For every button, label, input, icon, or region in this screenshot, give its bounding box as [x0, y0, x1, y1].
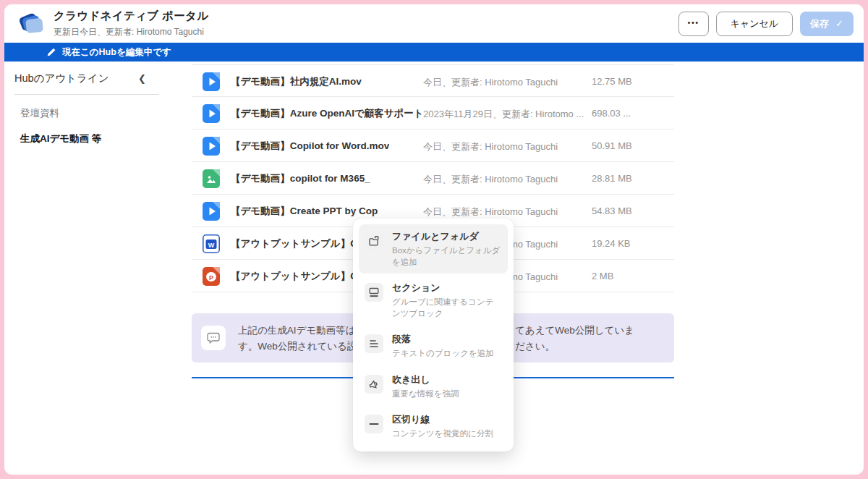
menu-item-desc: コンテンツを視覚的に分割: [392, 428, 502, 440]
callout-text-line2-left: す。Web公開されている設定: [238, 340, 367, 353]
file-updated: 2023年11月29日、更新者: Hirotomo ...: [423, 108, 584, 121]
menu-item-desc: テキストのブロックを追加: [392, 348, 502, 360]
page-title: クラウドネイティブ ポータル: [54, 9, 678, 24]
video-file-icon: [202, 71, 221, 93]
file-size: 698.03 ...: [592, 108, 631, 119]
file-name: 【デモ動画】Copilot for Word.mov: [231, 140, 389, 153]
file-updated: 今日、更新者: Hirotomo Taguchi: [423, 205, 558, 219]
speech-bubble-icon: [201, 326, 226, 350]
menu-item-desc: 重要な情報を強調: [392, 389, 502, 400]
menu-item-callout[interactable]: 吹き出し 重要な情報を強調: [359, 368, 508, 406]
divider-line-icon: [365, 415, 383, 433]
file-row[interactable]: 【デモ動画】Copilot for Word.mov 今日、更新者: Hirot…: [192, 130, 674, 162]
file-size: 12.75 MB: [592, 76, 632, 87]
editing-banner: 現在このHubを編集中です: [4, 43, 864, 62]
megaphone-icon: [365, 375, 383, 394]
menu-item-title: ファイルとフォルダ: [392, 230, 502, 243]
file-size: 50.91 MB: [592, 140, 632, 151]
file-size: 28.81 MB: [592, 173, 632, 184]
editing-banner-text: 現在このHubを編集中です: [62, 46, 171, 59]
save-button-label: 保存: [810, 17, 829, 30]
file-updated: 今日、更新者: Hirotomo Taguchi: [423, 140, 558, 153]
sidebar-collapse-icon[interactable]: ❮: [135, 73, 149, 84]
header-actions: ••• キャンセル 保存✓: [678, 12, 854, 36]
video-file-icon: [202, 200, 221, 222]
file-name: 【デモ動画】copilot for M365_: [231, 172, 370, 185]
menu-item-desc: グループに関連するコンテンツブロック: [392, 297, 502, 319]
svg-text:P: P: [209, 274, 213, 281]
ppt-file-icon: P: [202, 266, 221, 287]
callout-text-line2-right: ださい。: [515, 340, 555, 353]
menu-item-desc: Boxからファイルとフォルダを追加: [392, 245, 502, 268]
save-button[interactable]: 保存✓: [800, 12, 854, 36]
svg-text:W: W: [208, 242, 215, 249]
header-titles: クラウドネイティブ ポータル 更新日今日、更新者: Hirotomo Taguc…: [54, 9, 678, 38]
menu-item-title: セクション: [392, 281, 502, 294]
file-folder-icon: [365, 232, 383, 250]
hub-logo-icon: [16, 9, 46, 39]
more-options-button[interactable]: •••: [678, 12, 709, 36]
pencil-icon: [46, 47, 56, 57]
file-name: 【デモ動画】社内規定AI.mov: [231, 75, 362, 88]
sidebar-outline: Hubのアウトライン ❮ 登壇資料 生成AIデモ動画 等: [4, 62, 192, 145]
menu-item-title: 段落: [392, 333, 502, 346]
file-size: 19.24 KB: [592, 238, 631, 249]
menu-item-divider[interactable]: 区切り線 コンテンツを視覚的に分割: [359, 407, 508, 446]
main-area: Hubのアウトライン ❮ 登壇資料 生成AIデモ動画 等 【デモ動画】社内規定A…: [4, 62, 864, 475]
sidebar-item-genai-demo-videos[interactable]: 生成AIデモ動画 等: [14, 132, 192, 145]
file-row[interactable]: 【デモ動画】copilot for M365_ 今日、更新者: Hirotomo…: [192, 162, 674, 195]
header: クラウドネイティブ ポータル 更新日今日、更新者: Hirotomo Taguc…: [4, 4, 864, 43]
cancel-button[interactable]: キャンセル: [716, 12, 793, 36]
menu-item-title: 区切り線: [392, 413, 502, 426]
word-file-icon: W: [202, 233, 221, 255]
callout-text-line1-right: てあえてWeb公開していま: [515, 324, 634, 337]
file-name: 【デモ動画】Create PPT by Cop: [231, 205, 378, 218]
image-file-icon: [202, 168, 221, 190]
file-size: 54.83 MB: [592, 205, 632, 216]
sidebar-item-presentation-docs[interactable]: 登壇資料: [14, 107, 192, 120]
hub-editor-window: クラウドネイティブ ポータル 更新日今日、更新者: Hirotomo Taguc…: [4, 4, 864, 475]
file-size: 2 MB: [592, 271, 613, 281]
file-row[interactable]: 【デモ動画】Azure OpenAIで顧客サポートの迅 2023年11月29日、…: [192, 97, 674, 130]
video-file-icon: [202, 135, 221, 157]
file-row[interactable]: 【デモ動画】社内規定AI.mov 今日、更新者: Hirotomo Taguch…: [192, 64, 674, 97]
callout-text-line1-left: 上記の生成AIデモ動画等は日: [238, 324, 365, 337]
file-updated: 今日、更新者: Hirotomo Taguchi: [423, 173, 558, 186]
file-updated: 今日、更新者: Hirotomo Taguchi: [423, 76, 558, 89]
menu-item-section[interactable]: セクション グループに関連するコンテンツブロック: [359, 276, 508, 325]
section-icon: [365, 283, 383, 302]
menu-item-title: 吹き出し: [392, 373, 502, 386]
file-name: 【デモ動画】Azure OpenAIで顧客サポートの迅: [231, 107, 422, 120]
video-file-icon: [202, 103, 221, 124]
menu-item-files-and-folders[interactable]: ファイルとフォルダ Boxからファイルとフォルダを追加: [359, 224, 508, 274]
check-icon: ✓: [835, 18, 843, 29]
paragraph-icon: [365, 334, 383, 353]
sidebar-title: Hubのアウトライン: [14, 72, 109, 85]
sidebar-divider: [14, 94, 159, 95]
add-block-menu: ファイルとフォルダ Boxからファイルとフォルダを追加 セクション グループに関…: [353, 219, 514, 452]
page-subtitle: 更新日今日、更新者: Hirotomo Taguchi: [54, 26, 678, 38]
menu-item-paragraph[interactable]: 段落 テキストのブロックを追加: [359, 327, 508, 365]
